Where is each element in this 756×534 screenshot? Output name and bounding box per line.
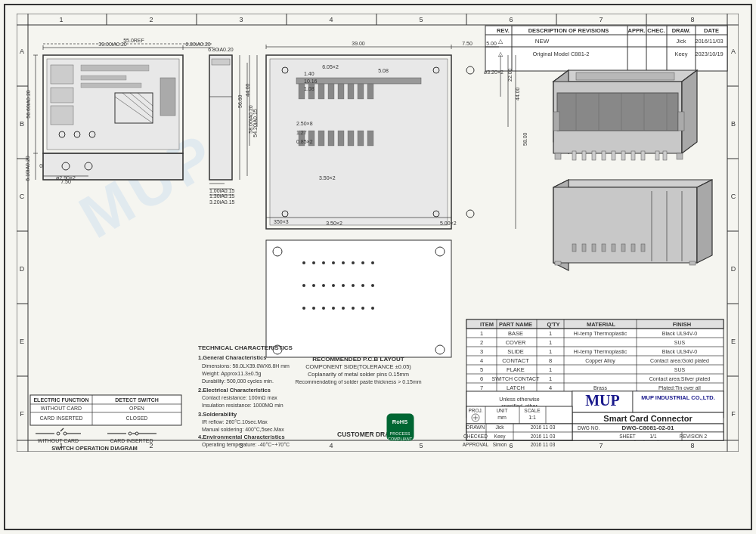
svg-text:8: 8 xyxy=(690,442,694,449)
svg-rect-144 xyxy=(338,131,344,146)
svg-point-197 xyxy=(322,284,325,287)
svg-text:Unless otherwise: Unless otherwise xyxy=(499,397,539,402)
svg-text:Q'TY: Q'TY xyxy=(547,321,559,328)
svg-text:TECHNICAL CHARACTERISTICS: TECHNICAL CHARACTERISTICS xyxy=(198,344,293,351)
svg-rect-219 xyxy=(576,73,674,80)
svg-text:2: 2 xyxy=(149,16,153,23)
svg-text:CLOSED: CLOSED xyxy=(126,415,148,421)
svg-text:WITHOUT CARD: WITHOUT CARD xyxy=(41,406,82,411)
svg-text:SLIDE: SLIDE xyxy=(507,348,524,355)
svg-point-379 xyxy=(64,432,67,435)
svg-text:DATE: DATE xyxy=(704,27,719,34)
svg-text:A: A xyxy=(731,48,736,55)
svg-point-202 xyxy=(371,284,374,287)
svg-text:58.00: 58.00 xyxy=(522,132,528,146)
svg-text:5: 5 xyxy=(419,16,423,23)
svg-text:CONTACT: CONTACT xyxy=(502,357,529,364)
svg-text:7.50: 7.50 xyxy=(462,41,472,46)
svg-text:SHEET: SHEET xyxy=(619,434,636,439)
svg-text:1: 1 xyxy=(549,348,552,355)
svg-text:A: A xyxy=(20,48,24,55)
svg-rect-229 xyxy=(631,151,635,160)
svg-text:350×3: 350×3 xyxy=(274,219,289,224)
svg-text:1.27: 1.27 xyxy=(296,130,307,135)
svg-text:1/1: 1/1 xyxy=(649,434,656,439)
svg-text:C: C xyxy=(20,193,25,200)
svg-text:DESCRIPTION OF REVISIONS: DESCRIPTION OF REVISIONS xyxy=(528,27,609,34)
svg-rect-241 xyxy=(582,244,586,252)
svg-text:PROCESS: PROCESS xyxy=(390,431,411,436)
svg-text:DWG NO.: DWG NO. xyxy=(578,425,600,431)
svg-text:2016  11  03: 2016 11 03 xyxy=(531,442,556,447)
svg-text:IR reflow: 260°C.10sec.Max: IR reflow: 260°C.10sec.Max xyxy=(202,419,268,424)
svg-rect-186 xyxy=(266,240,451,357)
svg-text:1: 1 xyxy=(549,375,552,382)
svg-text:Contact area:Gold plated: Contact area:Gold plated xyxy=(650,358,709,364)
svg-text:Smart Card Connector: Smart Card Connector xyxy=(603,414,692,423)
svg-text:MUP INDUSTRIAL CO.,LTD.: MUP INDUSTRIAL CO.,LTD. xyxy=(641,394,715,401)
svg-rect-80 xyxy=(160,78,175,116)
svg-text:56.60: 56.60 xyxy=(237,94,243,108)
svg-text:Operating temperature: -40°C~+: Operating temperature: -40°C~+70°C xyxy=(202,442,290,448)
svg-text:4.Environmental Characteristic: 4.Environmental Characteristics xyxy=(198,434,285,440)
svg-rect-145 xyxy=(348,131,354,146)
svg-text:PROJ.: PROJ. xyxy=(468,408,482,413)
svg-text:SUS: SUS xyxy=(674,367,686,372)
svg-text:Dimensions: 58.0LX39.0WX6.8H  : Dimensions: 58.0LX39.0WX6.8H mm xyxy=(202,363,290,369)
svg-text:4: 4 xyxy=(329,442,333,449)
svg-rect-243 xyxy=(602,244,606,252)
svg-text:B: B xyxy=(731,120,736,128)
svg-rect-137 xyxy=(348,84,354,99)
svg-text:Hi-temp Thermoplastic: Hi-temp Thermoplastic xyxy=(574,331,627,337)
svg-rect-79 xyxy=(51,106,73,125)
svg-text:Coplanarity of metal solder pi: Coplanarity of metal solder pins 0.15mm xyxy=(308,371,409,378)
svg-text:mm: mm xyxy=(497,415,507,420)
svg-text:MATERIAL: MATERIAL xyxy=(587,321,616,328)
svg-rect-245 xyxy=(621,244,625,252)
svg-text:CHEC.: CHEC. xyxy=(647,27,665,34)
svg-text:Brass: Brass xyxy=(593,385,607,390)
svg-point-199 xyxy=(342,284,345,287)
svg-text:1: 1 xyxy=(59,16,63,23)
svg-text:2023/10/19: 2023/10/19 xyxy=(695,51,723,57)
svg-text:COMPONENT SIDE(TOLERANCE ±0.05: COMPONENT SIDE(TOLERANCE ±0.05) xyxy=(305,363,411,370)
svg-point-207 xyxy=(342,307,345,310)
svg-text:Original Model C881-2: Original Model C881-2 xyxy=(532,51,589,57)
svg-text:OPEN: OPEN xyxy=(129,406,144,411)
svg-rect-77 xyxy=(51,65,73,84)
svg-text:4: 4 xyxy=(329,16,333,23)
svg-text:10.16: 10.16 xyxy=(304,79,318,84)
svg-text:Black UL94V-0: Black UL94V-0 xyxy=(662,349,697,354)
svg-text:SCALE: SCALE xyxy=(524,408,541,413)
svg-text:UNIT: UNIT xyxy=(496,408,507,413)
svg-text:△: △ xyxy=(498,51,503,57)
svg-text:39.00iA0.20: 39.00iA0.20 xyxy=(98,42,126,47)
svg-text:3.Solderability: 3.Solderability xyxy=(198,411,237,418)
svg-point-200 xyxy=(352,284,355,287)
svg-text:2: 2 xyxy=(480,339,483,346)
svg-rect-244 xyxy=(612,244,615,252)
svg-text:Insulation resistance: 1000MΩ : Insulation resistance: 1000MΩ min xyxy=(202,403,284,408)
svg-text:CARD INSERTED: CARD INSERTED xyxy=(39,415,82,421)
svg-text:Plated:Tin over all: Plated:Tin over all xyxy=(658,385,701,390)
svg-rect-227 xyxy=(612,151,615,160)
svg-text:REVISION  2: REVISION 2 xyxy=(680,434,708,439)
svg-rect-233 xyxy=(555,153,561,159)
svg-text:3.20iA0.15: 3.20iA0.15 xyxy=(209,199,235,205)
svg-point-203 xyxy=(302,307,305,310)
svg-rect-225 xyxy=(592,151,596,160)
svg-point-384 xyxy=(135,432,138,435)
svg-text:SWITCH OPERATION DIAGRAM: SWITCH OPERATION DIAGRAM xyxy=(51,445,138,452)
svg-text:Hi-temp Thermoplastic: Hi-temp Thermoplastic xyxy=(574,349,627,355)
svg-text:B: B xyxy=(20,120,24,128)
svg-text:Jick: Jick xyxy=(495,424,504,430)
svg-rect-222 xyxy=(678,112,684,131)
svg-text:COVER: COVER xyxy=(506,339,526,346)
svg-text:7: 7 xyxy=(599,442,603,449)
svg-text:2016/11/03: 2016/11/03 xyxy=(695,38,723,45)
svg-point-210 xyxy=(371,307,374,310)
svg-text:6: 6 xyxy=(480,375,483,382)
svg-point-194 xyxy=(371,261,374,264)
svg-text:7: 7 xyxy=(480,384,483,391)
svg-text:8: 8 xyxy=(549,357,552,364)
